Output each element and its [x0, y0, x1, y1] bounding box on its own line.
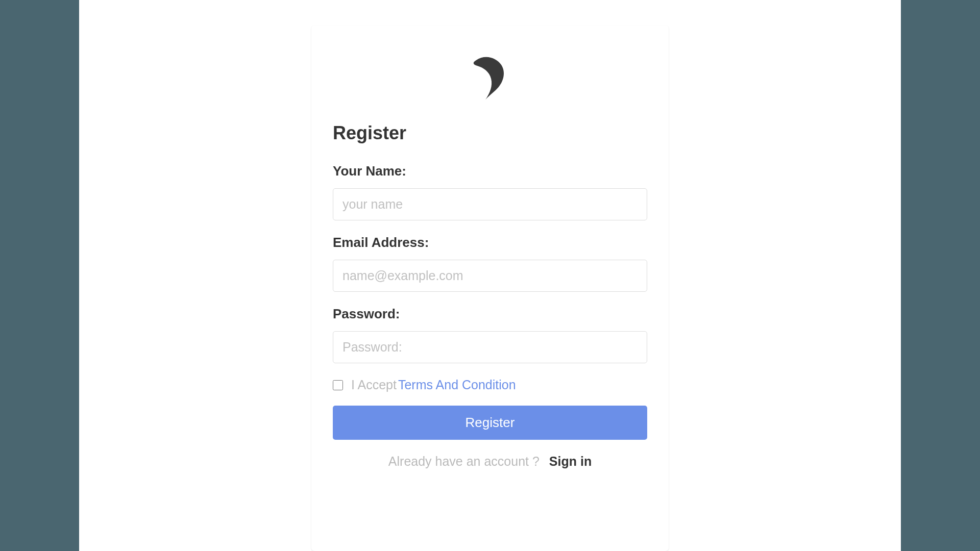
- logo-wrapper: [333, 48, 647, 106]
- register-button[interactable]: Register: [333, 406, 647, 440]
- terms-accept-text[interactable]: I Accept: [351, 378, 397, 392]
- email-form-group: Email Address:: [333, 235, 647, 292]
- name-form-group: Your Name:: [333, 163, 647, 220]
- brand-logo-icon: [462, 48, 518, 106]
- terms-checkbox[interactable]: [333, 380, 343, 390]
- already-have-account-text: Already have an account ?: [388, 454, 540, 468]
- password-form-group: Password:: [333, 306, 647, 363]
- page-title: Register: [333, 122, 647, 144]
- signin-link[interactable]: Sign in: [549, 454, 592, 468]
- register-card: Register Your Name: Email Address: Passw…: [311, 26, 669, 551]
- email-label: Email Address:: [333, 235, 647, 251]
- email-input[interactable]: [333, 260, 647, 292]
- page-container: Register Your Name: Email Address: Passw…: [79, 0, 901, 551]
- name-input[interactable]: [333, 188, 647, 220]
- terms-link[interactable]: Terms And Condition: [398, 378, 516, 392]
- terms-checkbox-group: I Accept Terms And Condition: [333, 378, 647, 392]
- password-input[interactable]: [333, 331, 647, 363]
- signin-row: Already have an account ? Sign in: [333, 454, 647, 469]
- name-label: Your Name:: [333, 163, 647, 179]
- password-label: Password:: [333, 306, 647, 322]
